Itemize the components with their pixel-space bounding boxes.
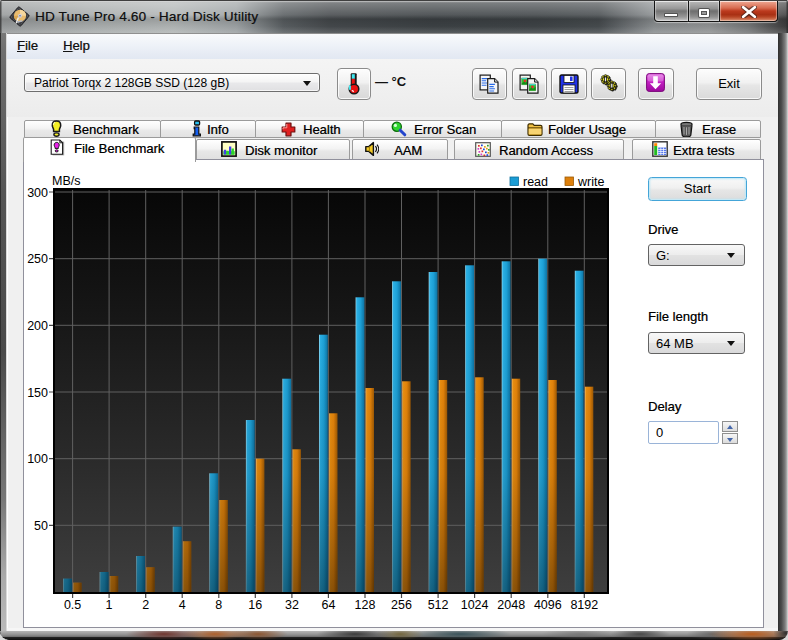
svg-text:0.5: 0.5 bbox=[64, 598, 81, 612]
svg-text:50: 50 bbox=[34, 519, 48, 533]
svg-text:8: 8 bbox=[215, 598, 222, 612]
svg-text:1: 1 bbox=[106, 598, 113, 612]
svg-text:4096: 4096 bbox=[534, 598, 562, 612]
svg-text:256: 256 bbox=[391, 598, 412, 612]
svg-text:128: 128 bbox=[355, 598, 376, 612]
svg-text:MB/s: MB/s bbox=[52, 174, 80, 188]
svg-text:read: read bbox=[523, 175, 548, 189]
svg-text:8192: 8192 bbox=[570, 598, 598, 612]
svg-text:300: 300 bbox=[27, 186, 48, 200]
svg-text:1024: 1024 bbox=[461, 598, 489, 612]
svg-text:64: 64 bbox=[321, 598, 335, 612]
svg-text:2048: 2048 bbox=[497, 598, 525, 612]
svg-text:250: 250 bbox=[27, 252, 48, 266]
svg-text:32: 32 bbox=[285, 598, 299, 612]
svg-text:512: 512 bbox=[428, 598, 449, 612]
svg-text:2: 2 bbox=[142, 598, 149, 612]
svg-text:100: 100 bbox=[27, 452, 48, 466]
svg-text:write: write bbox=[577, 175, 604, 189]
svg-text:150: 150 bbox=[27, 386, 48, 400]
svg-text:4: 4 bbox=[179, 598, 186, 612]
svg-text:16: 16 bbox=[248, 598, 262, 612]
svg-text:200: 200 bbox=[27, 319, 48, 333]
